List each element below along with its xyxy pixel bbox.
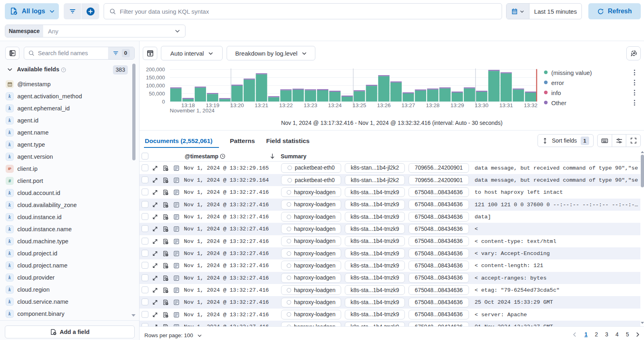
svg-text:13:20: 13:20 <box>230 102 244 108</box>
svg-text:13:30: 13:30 <box>475 102 489 108</box>
svg-text:13:31: 13:31 <box>499 102 513 108</box>
svg-text:13:28: 13:28 <box>426 102 440 108</box>
svg-text:0: 0 <box>162 99 165 105</box>
svg-text:200,000: 200,000 <box>146 66 165 73</box>
svg-text:13:25: 13:25 <box>352 102 366 108</box>
svg-text:13:27: 13:27 <box>402 102 415 108</box>
svg-text:13:24: 13:24 <box>328 102 342 108</box>
svg-text:13:22: 13:22 <box>279 102 293 108</box>
svg-text:50,000: 50,000 <box>149 91 165 97</box>
svg-text:?: ? <box>63 68 64 72</box>
svg-text:150,000: 150,000 <box>146 75 165 81</box>
svg-text:November 1, 2024: November 1, 2024 <box>170 108 215 114</box>
svg-text:13:21: 13:21 <box>255 102 269 108</box>
svg-text:13:32: 13:32 <box>524 102 538 108</box>
svg-text:13:29: 13:29 <box>450 102 464 108</box>
svg-text:100,000: 100,000 <box>146 83 165 89</box>
svg-text:13:23: 13:23 <box>304 102 317 108</box>
svg-text:13:26: 13:26 <box>377 102 391 108</box>
